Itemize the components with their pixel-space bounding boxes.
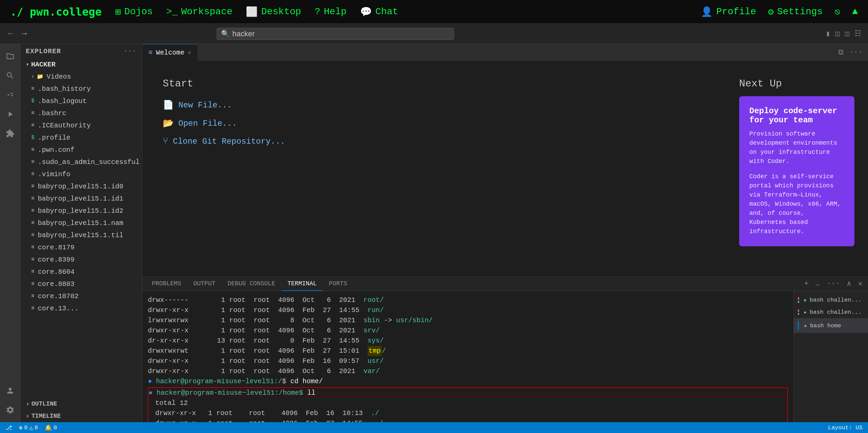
layout-sidebar-icon[interactable]: ▮ xyxy=(826,29,830,38)
status-source-control[interactable]: ⎇ xyxy=(5,424,12,431)
layout-panel-icon[interactable]: ◫ xyxy=(835,29,840,38)
file-viminfo-label: .viminfo xyxy=(38,170,71,178)
file-pwn-conf[interactable]: ≡ .pwn.conf xyxy=(20,144,142,156)
back-button[interactable]: ← xyxy=(7,27,15,40)
nav-item-profile[interactable]: 👤 Profile xyxy=(701,6,756,18)
tab-welcome-icon: ≡ xyxy=(149,49,153,57)
file-profile[interactable]: $ .profile xyxy=(20,131,142,144)
shell-icon-2: ⬥ xyxy=(803,309,807,315)
activity-files[interactable] xyxy=(1,47,19,65)
file-viminfo[interactable]: ≡ .viminfo xyxy=(20,168,142,180)
folder-videos[interactable]: › 📁 Videos xyxy=(20,70,142,83)
clone-label: Clone Git Repository... xyxy=(173,137,285,146)
more-actions-button[interactable]: ··· xyxy=(848,47,864,58)
outline-section[interactable]: › OUTLINE xyxy=(20,398,142,410)
tab-problems[interactable]: PROBLEMS xyxy=(146,277,187,291)
activity-source-control[interactable] xyxy=(1,86,19,104)
tab-output[interactable]: OUTPUT xyxy=(187,277,221,291)
shell-item-1[interactable]: ⬥ bash challen... xyxy=(794,294,868,306)
tab-ports[interactable]: PORTS xyxy=(323,277,353,291)
file-babyrop-id0-label: babyrop_level15.1.id0 xyxy=(38,183,123,190)
file-babyrop-id1[interactable]: ≡ babyrop_level15.1.id1 xyxy=(20,192,142,205)
maximize-terminal-button[interactable]: ∧ xyxy=(845,278,853,290)
file-bash-logout[interactable]: $ .bash_logout xyxy=(20,95,142,107)
clone-repo-action[interactable]: ⑂ Clone Git Repository... xyxy=(163,136,705,146)
terminal-more-button[interactable]: ··· xyxy=(825,278,842,289)
notification-icon: 🔔 xyxy=(45,424,52,431)
sidebar-more-button[interactable]: ··· xyxy=(123,47,137,56)
outline-label: OUTLINE xyxy=(32,400,57,407)
nav-item-help[interactable]: ? Help xyxy=(315,6,347,17)
nav-item-chat[interactable]: 💬 Chat xyxy=(360,6,398,18)
file-babyrop-nam[interactable]: ≡ babyrop_level15.1.nam xyxy=(20,217,142,229)
file-core-8803[interactable]: ≡ core.8803 xyxy=(20,278,142,290)
tab-terminal[interactable]: TERMINAL xyxy=(281,277,323,291)
tab-output-label: OUTPUT xyxy=(193,280,215,287)
file-babyrop-til[interactable]: ≡ babyrop_level15.1.til xyxy=(20,229,142,241)
search-bar[interactable]: 🔍 xyxy=(217,28,454,40)
nav-item-expand[interactable]: ▲ xyxy=(852,6,858,17)
close-terminal-button[interactable]: ✕ xyxy=(856,278,865,290)
file-icon-bashrc: ≡ xyxy=(31,110,35,116)
terminal-output[interactable]: drwx------ 1 root root 4096 Oct 6 2021 r… xyxy=(142,291,793,422)
main-layout: EXPLORER ··· ▾ HACKER › 📁 Videos ≡ .bash… xyxy=(0,44,868,422)
activity-extensions[interactable] xyxy=(1,125,19,142)
file-icon-core8399: ≡ xyxy=(31,256,35,263)
layout-split-icon[interactable]: ◫ xyxy=(845,29,849,38)
terminal-actions: + ⌵ ··· ∧ ✕ xyxy=(802,278,865,290)
file-bashrc[interactable]: ≡ .bashrc xyxy=(20,107,142,119)
term-prompt-ll: ● hacker@program-misuse~level51:/home$ l… xyxy=(149,388,787,398)
file-icon-bash-logout: $ xyxy=(31,98,35,104)
nav-item-settings[interactable]: ⚙ Settings xyxy=(768,6,823,18)
shell-icon-3: ⬥ xyxy=(804,322,807,329)
open-file-action[interactable]: 📂 Open File... xyxy=(163,118,705,129)
root-folder[interactable]: ▾ HACKER xyxy=(20,58,142,70)
file-iceauthority[interactable]: ≡ .ICEauthority xyxy=(20,119,142,131)
status-errors[interactable]: ⊗ 0 △ 0 xyxy=(19,424,38,431)
tab-debug-console[interactable]: DEBUG CONSOLE xyxy=(221,277,281,291)
shell-item-2[interactable]: ⬥ bash challen... xyxy=(794,306,868,318)
nav-item-dojos[interactable]: ⊞ Dojos xyxy=(115,6,153,18)
status-notifications[interactable]: 🔔 0 xyxy=(45,424,57,431)
new-file-action[interactable]: 📄 New File... xyxy=(163,100,705,110)
activity-run-debug[interactable] xyxy=(1,105,19,123)
file-sudo[interactable]: ≡ .sudo_as_admin_successful xyxy=(20,156,142,168)
split-terminal-button[interactable]: ⌵ xyxy=(813,278,822,290)
layout-grid-icon[interactable]: ☷ xyxy=(854,29,861,38)
file-core-8179[interactable]: ≡ core.8179 xyxy=(20,241,142,253)
nav-item-workspace[interactable]: >_ Workspace xyxy=(166,6,233,17)
settings-icon: ⚙ xyxy=(768,6,774,18)
file-core-more[interactable]: ≡ core.13... xyxy=(20,302,142,314)
activity-search[interactable] xyxy=(1,67,19,84)
activity-manage[interactable] xyxy=(1,401,19,419)
file-icon-babyrop-id1: ≡ xyxy=(31,195,35,202)
file-bash-history[interactable]: ≡ .bash_history xyxy=(20,83,142,95)
site-logo[interactable]: ./ pwn.college xyxy=(10,5,102,18)
shell-bar-1 xyxy=(798,297,799,303)
file-core-10702[interactable]: ≡ core.10702 xyxy=(20,290,142,302)
dojos-icon: ⊞ xyxy=(115,6,121,18)
file-babyrop-id0[interactable]: ≡ babyrop_level15.1.id0 xyxy=(20,180,142,192)
file-icon-core8803: ≡ xyxy=(31,281,35,287)
nav-chat-label: Chat xyxy=(375,6,398,17)
coder-card[interactable]: Deploy code-server for your team Provisi… xyxy=(739,96,854,246)
timeline-section[interactable]: › TIMELINE xyxy=(20,410,142,422)
file-core-8399[interactable]: ≡ core.8399 xyxy=(20,253,142,266)
shell-item-3[interactable]: ⬥ bash home xyxy=(794,318,868,333)
forward-button[interactable]: → xyxy=(20,27,28,40)
file-babyrop-id2[interactable]: ≡ babyrop_level15.1.id2 xyxy=(20,205,142,217)
nav-item-logout[interactable]: ⎋ xyxy=(834,6,840,18)
shell-bar-icon-4 xyxy=(798,313,799,315)
split-editor-button[interactable]: ⧉ xyxy=(837,47,845,58)
search-input[interactable] xyxy=(232,29,450,38)
file-icon-babyrop-nam: ≡ xyxy=(31,220,35,226)
activity-account[interactable] xyxy=(1,382,19,399)
tab-welcome[interactable]: ≡ Welcome ✕ xyxy=(142,44,198,61)
tab-close-welcome[interactable]: ✕ xyxy=(188,49,191,56)
term-line-root: drwx------ 1 root root 4096 Oct 6 2021 r… xyxy=(148,295,788,305)
file-core-8604[interactable]: ≡ core.8604 xyxy=(20,266,142,278)
timeline-label: TIMELINE xyxy=(32,413,61,419)
shell-label-1: bash challen... xyxy=(810,297,862,303)
new-terminal-button[interactable]: + xyxy=(802,278,810,289)
nav-item-desktop[interactable]: ⬜ Desktop xyxy=(246,6,301,18)
